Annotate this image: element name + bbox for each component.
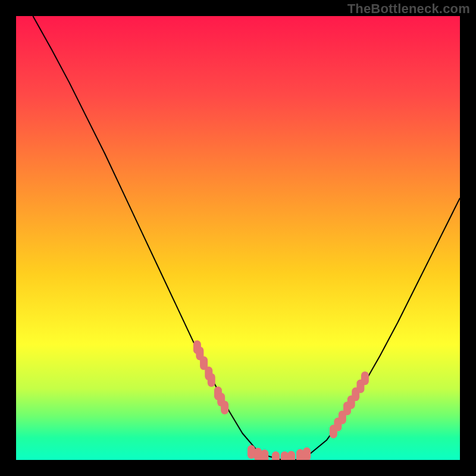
marker-point <box>287 451 295 460</box>
marker-point <box>296 449 304 460</box>
marker-point <box>272 452 280 460</box>
marker-point <box>361 371 369 385</box>
marker-point <box>261 450 268 460</box>
marker-point <box>281 452 289 460</box>
marker-point <box>303 447 311 460</box>
marker-point <box>208 373 215 387</box>
marker-point <box>248 445 255 459</box>
gradient-background <box>16 16 460 460</box>
watermark-text: TheBottleneck.com <box>347 1 470 17</box>
chart-frame: TheBottleneck.com <box>0 0 476 476</box>
marker-point <box>221 400 228 414</box>
plot-area <box>16 16 460 460</box>
chart-svg <box>16 16 460 460</box>
marker-point <box>254 448 262 460</box>
